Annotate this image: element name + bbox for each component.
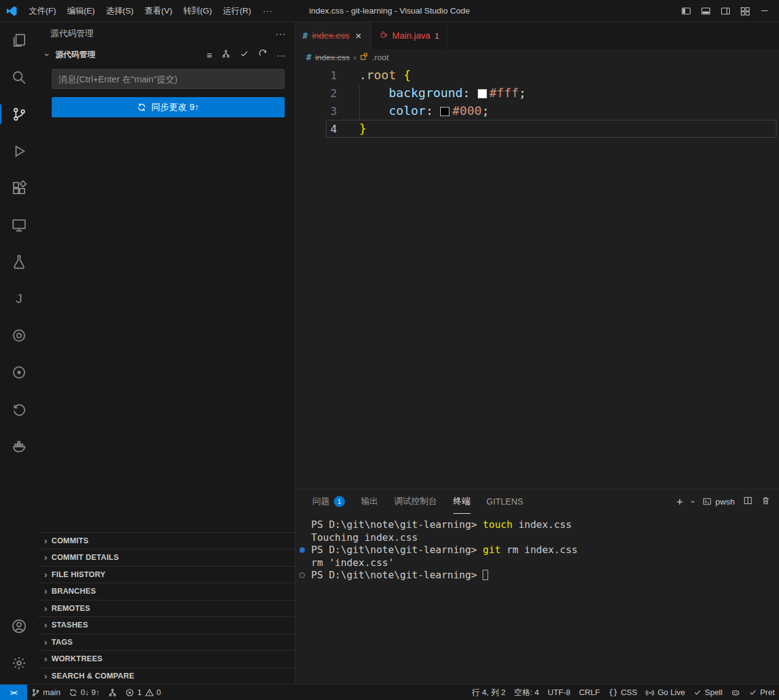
activity-extensions[interactable] [0, 170, 38, 206]
section-commits[interactable]: ›COMMITS [38, 532, 295, 549]
layout-panel-icon[interactable] [701, 6, 711, 16]
panel-tab-gitlens[interactable]: GITLENS [486, 489, 523, 514]
color-swatch[interactable] [478, 89, 487, 98]
panel-tab-debug-console[interactable]: 调试控制台 [394, 489, 437, 514]
sync-changes-button[interactable]: 同步更改 9↑ [52, 97, 285, 117]
section-stashes[interactable]: ›STASHES [38, 616, 295, 634]
activity-docker[interactable] [0, 428, 38, 465]
eol-item[interactable]: CRLF [575, 685, 604, 700]
remote-indicator[interactable]: >< [0, 685, 27, 700]
menu-item[interactable]: 编辑(E) [61, 3, 100, 19]
section-branches[interactable]: ›BRANCHES [38, 583, 295, 600]
section-search-compare[interactable]: ›SEARCH & COMPARE [38, 667, 295, 685]
breadcrumb-file[interactable]: index.css [315, 53, 349, 62]
section-commit-details[interactable]: ›COMMIT DETAILS [38, 549, 295, 566]
commit-check-icon[interactable] [240, 49, 249, 61]
section-remotes[interactable]: ›REMOTES [38, 600, 295, 617]
customize-layout-icon[interactable] [740, 6, 750, 16]
code-lines: 1.root {2 background: #fff;3 color: #000… [295, 66, 779, 138]
prettier-item[interactable]: Pret [745, 685, 779, 700]
more-actions-icon[interactable]: ··· [275, 29, 286, 39]
breadcrumb-symbol[interactable]: .root [372, 53, 389, 62]
menu-item[interactable]: 文件(F) [23, 3, 61, 19]
vscode-logo-icon [0, 6, 23, 17]
spell-checker-item[interactable]: Spell [689, 685, 727, 700]
activity-java[interactable]: J [0, 280, 38, 317]
panel-tab-problems[interactable]: 问题 1 [312, 489, 345, 514]
layout-secondary-sidebar-icon[interactable] [721, 6, 730, 16]
branch-name: main [43, 688, 60, 697]
minimize-icon[interactable] [760, 6, 769, 15]
activity-search[interactable] [0, 59, 38, 96]
menu-item[interactable]: 选择(S) [100, 3, 139, 19]
terminal-text: index.css [513, 519, 572, 530]
commit-graph-icon[interactable] [221, 49, 231, 61]
activity-account[interactable] [0, 608, 38, 645]
close-icon[interactable]: × [354, 30, 363, 42]
activity-run-debug[interactable] [0, 133, 38, 170]
vscode-window: 文件(F)编辑(E)选择(S)查看(V)转到(G)运行(R)··· index.… [0, 0, 779, 700]
split-terminal-icon[interactable] [743, 496, 753, 508]
tab-main-java[interactable]: Main.java 1 [371, 22, 447, 49]
activity-source-control[interactable] [0, 96, 38, 133]
menu-item[interactable]: 转到(G) [178, 3, 218, 19]
activity-live-server[interactable] [0, 354, 38, 391]
activity-git-graph[interactable] [0, 391, 38, 428]
scm-section-header[interactable]: › 源代码管理 ≡ ··· [38, 45, 295, 64]
activity-settings[interactable] [0, 645, 38, 682]
commit-message-input[interactable] [52, 69, 285, 89]
activity-testing[interactable] [0, 243, 38, 280]
panel-tab-label: 调试控制台 [394, 496, 437, 507]
chevron-right-icon: › [44, 637, 47, 647]
activity-explorer[interactable] [0, 22, 38, 59]
code-line[interactable]: 1.root { [295, 66, 779, 84]
code-editor[interactable]: 1.root {2 background: #fff;3 color: #000… [295, 65, 779, 489]
go-live-label: Go Live [657, 688, 685, 697]
code-line[interactable]: 3 color: #000; [295, 102, 779, 120]
indentation-item[interactable]: 空格: 4 [510, 685, 543, 700]
terminal-cursor [483, 570, 488, 580]
layout-sidebar-icon[interactable] [681, 6, 691, 16]
kill-terminal-icon[interactable] [761, 496, 770, 508]
tab-index-css[interactable]: # index.css × [295, 22, 371, 49]
commit-graph-status-item[interactable] [104, 685, 121, 700]
more-actions-icon[interactable]: ··· [277, 50, 286, 60]
panel-tab-terminal[interactable]: 终端 [453, 489, 470, 514]
command-decoration-icon [299, 548, 305, 553]
encoding-item[interactable]: UTF-8 [544, 685, 575, 700]
activity-gitlens[interactable] [0, 317, 38, 354]
section-worktrees[interactable]: ›WORKTREES [38, 650, 295, 667]
color-swatch[interactable] [440, 107, 449, 116]
menu-item[interactable]: 运行(R) [218, 3, 257, 19]
code-line[interactable]: 4} [295, 120, 779, 138]
check-icon [694, 688, 702, 696]
section-file-history[interactable]: ›FILE HISTORY [38, 566, 295, 583]
sync-status-item[interactable]: 0↓ 9↑ [65, 685, 104, 700]
terminal-line: PS D:\git\note\git-learning> git rm inde… [295, 544, 779, 557]
code-line[interactable]: 2 background: #fff; [295, 84, 779, 102]
branch-status-item[interactable]: main [27, 685, 65, 700]
language-mode-item[interactable]: {} CSS [604, 685, 642, 700]
activity-remote-explorer[interactable] [0, 206, 38, 243]
problems-status-item[interactable]: 1 0 [121, 685, 165, 700]
terminal-text: PS D:\git\note\git-learning> [311, 569, 483, 581]
indentation: 空格: 4 [514, 687, 539, 698]
code-token: .root [359, 68, 403, 82]
refresh-icon[interactable] [258, 49, 267, 61]
section-tags[interactable]: ›TAGS [38, 634, 295, 651]
cursor-position-item[interactable]: 行 4, 列 2 [467, 685, 510, 700]
new-terminal-icon[interactable]: + [676, 496, 683, 508]
section-label: STASHES [52, 621, 89, 629]
editor-tab-bar: # index.css × Main.java 1 [295, 22, 779, 49]
go-live-item[interactable]: Go Live [641, 685, 689, 700]
menu-bar: 文件(F)编辑(E)选择(S)查看(V)转到(G)运行(R)··· [23, 3, 279, 19]
view-as-list-icon[interactable]: ≡ [207, 50, 212, 60]
terminal-profile-item[interactable]: pwsh [703, 497, 735, 506]
svg-text:J: J [16, 291, 23, 305]
menu-item[interactable]: 查看(V) [139, 3, 178, 19]
terminal-content[interactable]: PS D:\git\note\git-learning> touch index… [295, 514, 779, 684]
menu-more-icon[interactable]: ··· [257, 4, 280, 18]
chevron-down-icon[interactable]: › [689, 500, 698, 503]
copilot-status-item[interactable] [727, 685, 745, 700]
panel-tab-output[interactable]: 输出 [361, 489, 378, 514]
